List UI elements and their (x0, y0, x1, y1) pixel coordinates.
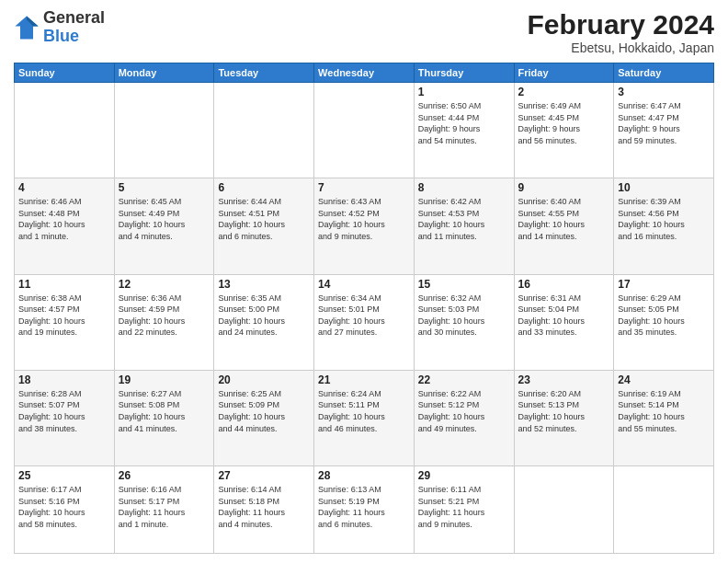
calendar-cell: 7Sunrise: 6:43 AMSunset: 4:52 PMDaylight… (314, 178, 415, 274)
day-number: 17 (618, 278, 710, 291)
day-number: 9 (518, 181, 610, 194)
day-info: Sunrise: 6:27 AMSunset: 5:08 PMDaylight:… (119, 388, 210, 434)
day-number: 3 (618, 86, 710, 98)
day-info: Sunrise: 6:24 AMSunset: 5:11 PMDaylight:… (318, 388, 410, 434)
calendar-cell: 21Sunrise: 6:24 AMSunset: 5:11 PMDayligh… (314, 370, 415, 465)
calendar-cell: 2Sunrise: 6:49 AMSunset: 4:45 PMDaylight… (514, 83, 614, 178)
col-thursday: Thursday (414, 63, 514, 83)
day-number: 1 (418, 86, 510, 98)
day-number: 2 (518, 86, 610, 98)
calendar-week-3: 11Sunrise: 6:38 AMSunset: 4:57 PMDayligh… (15, 274, 714, 370)
calendar-cell: 12Sunrise: 6:36 AMSunset: 4:59 PMDayligh… (114, 274, 214, 370)
calendar-cell (514, 466, 614, 554)
day-info: Sunrise: 6:47 AMSunset: 4:47 PMDaylight:… (618, 100, 710, 146)
day-info: Sunrise: 6:45 AMSunset: 4:49 PMDaylight:… (119, 196, 210, 242)
day-info: Sunrise: 6:50 AMSunset: 4:44 PMDaylight:… (418, 100, 510, 146)
col-saturday: Saturday (614, 63, 714, 83)
day-number: 13 (218, 278, 310, 291)
calendar-cell: 10Sunrise: 6:39 AMSunset: 4:56 PMDayligh… (614, 178, 714, 274)
day-number: 19 (119, 373, 210, 386)
day-number: 25 (18, 469, 110, 482)
calendar-cell (15, 83, 115, 178)
day-info: Sunrise: 6:35 AMSunset: 5:00 PMDaylight:… (218, 293, 310, 339)
day-number: 26 (119, 469, 210, 482)
calendar-cell: 27Sunrise: 6:14 AMSunset: 5:18 PMDayligh… (214, 466, 314, 554)
calendar-cell: 16Sunrise: 6:31 AMSunset: 5:04 PMDayligh… (514, 274, 614, 370)
day-number: 20 (218, 373, 310, 386)
calendar-cell: 5Sunrise: 6:45 AMSunset: 4:49 PMDaylight… (114, 178, 214, 274)
day-number: 28 (318, 469, 410, 482)
page: General Blue February 2024 Ebetsu, Hokka… (0, 0, 728, 563)
day-number: 22 (418, 373, 510, 386)
day-number: 15 (418, 278, 510, 291)
day-info: Sunrise: 6:44 AMSunset: 4:51 PMDaylight:… (218, 196, 310, 242)
calendar-cell: 11Sunrise: 6:38 AMSunset: 4:57 PMDayligh… (15, 274, 115, 370)
day-number: 27 (218, 469, 310, 482)
day-info: Sunrise: 6:11 AMSunset: 5:21 PMDaylight:… (418, 484, 510, 530)
day-number: 29 (418, 469, 510, 482)
calendar-table: Sunday Monday Tuesday Wednesday Thursday… (14, 63, 714, 554)
day-number: 16 (518, 278, 610, 291)
calendar-cell: 22Sunrise: 6:22 AMSunset: 5:12 PMDayligh… (414, 370, 514, 465)
day-info: Sunrise: 6:38 AMSunset: 4:57 PMDaylight:… (18, 293, 110, 339)
day-info: Sunrise: 6:43 AMSunset: 4:52 PMDaylight:… (318, 196, 410, 242)
day-info: Sunrise: 6:31 AMSunset: 5:04 PMDaylight:… (518, 293, 610, 339)
day-number: 18 (18, 373, 110, 386)
day-info: Sunrise: 6:22 AMSunset: 5:12 PMDaylight:… (418, 388, 510, 434)
calendar-cell: 29Sunrise: 6:11 AMSunset: 5:21 PMDayligh… (414, 466, 514, 554)
calendar-cell: 19Sunrise: 6:27 AMSunset: 5:08 PMDayligh… (114, 370, 214, 465)
calendar-cell: 23Sunrise: 6:20 AMSunset: 5:13 PMDayligh… (514, 370, 614, 465)
header: General Blue February 2024 Ebetsu, Hokka… (14, 9, 714, 55)
day-info: Sunrise: 6:36 AMSunset: 4:59 PMDaylight:… (119, 293, 210, 339)
day-number: 12 (119, 278, 210, 291)
day-number: 5 (119, 181, 210, 194)
day-number: 4 (18, 181, 110, 194)
day-info: Sunrise: 6:13 AMSunset: 5:19 PMDaylight:… (318, 484, 410, 530)
day-info: Sunrise: 6:17 AMSunset: 5:16 PMDaylight:… (18, 484, 110, 530)
day-number: 10 (618, 181, 710, 194)
day-info: Sunrise: 6:14 AMSunset: 5:18 PMDaylight:… (218, 484, 310, 530)
calendar-week-4: 18Sunrise: 6:28 AMSunset: 5:07 PMDayligh… (15, 370, 714, 465)
calendar-cell: 3Sunrise: 6:47 AMSunset: 4:47 PMDaylight… (614, 83, 714, 178)
day-info: Sunrise: 6:25 AMSunset: 5:09 PMDaylight:… (218, 388, 310, 434)
calendar-cell (614, 466, 714, 554)
calendar-week-1: 1Sunrise: 6:50 AMSunset: 4:44 PMDaylight… (15, 83, 714, 178)
day-number: 6 (218, 181, 310, 194)
calendar-cell: 1Sunrise: 6:50 AMSunset: 4:44 PMDaylight… (414, 83, 514, 178)
day-number: 23 (518, 373, 610, 386)
col-tuesday: Tuesday (214, 63, 314, 83)
day-info: Sunrise: 6:29 AMSunset: 5:05 PMDaylight:… (618, 293, 710, 339)
calendar-cell: 17Sunrise: 6:29 AMSunset: 5:05 PMDayligh… (614, 274, 714, 370)
logo-general: General (43, 8, 105, 27)
page-title: February 2024 (528, 9, 714, 40)
calendar-header: Sunday Monday Tuesday Wednesday Thursday… (15, 63, 714, 83)
page-subtitle: Ebetsu, Hokkaido, Japan (528, 40, 714, 55)
calendar-cell: 18Sunrise: 6:28 AMSunset: 5:07 PMDayligh… (15, 370, 115, 465)
day-info: Sunrise: 6:28 AMSunset: 5:07 PMDaylight:… (18, 388, 110, 434)
col-friday: Friday (514, 63, 614, 83)
col-sunday: Sunday (15, 63, 115, 83)
day-number: 7 (318, 181, 410, 194)
calendar-cell: 15Sunrise: 6:32 AMSunset: 5:03 PMDayligh… (414, 274, 514, 370)
calendar-week-2: 4Sunrise: 6:46 AMSunset: 4:48 PMDaylight… (15, 178, 714, 274)
col-wednesday: Wednesday (314, 63, 415, 83)
logo-text: General Blue (43, 9, 105, 46)
day-info: Sunrise: 6:20 AMSunset: 5:13 PMDaylight:… (518, 388, 610, 434)
calendar-cell: 4Sunrise: 6:46 AMSunset: 4:48 PMDaylight… (15, 178, 115, 274)
day-info: Sunrise: 6:39 AMSunset: 4:56 PMDaylight:… (618, 196, 710, 242)
day-info: Sunrise: 6:32 AMSunset: 5:03 PMDaylight:… (418, 293, 510, 339)
day-info: Sunrise: 6:42 AMSunset: 4:53 PMDaylight:… (418, 196, 510, 242)
day-number: 8 (418, 181, 510, 194)
calendar-week-5: 25Sunrise: 6:17 AMSunset: 5:16 PMDayligh… (15, 466, 714, 554)
calendar-cell: 25Sunrise: 6:17 AMSunset: 5:16 PMDayligh… (15, 466, 115, 554)
day-number: 14 (318, 278, 410, 291)
calendar-cell: 20Sunrise: 6:25 AMSunset: 5:09 PMDayligh… (214, 370, 314, 465)
calendar-cell: 9Sunrise: 6:40 AMSunset: 4:55 PMDaylight… (514, 178, 614, 274)
calendar-cell: 28Sunrise: 6:13 AMSunset: 5:19 PMDayligh… (314, 466, 415, 554)
day-number: 21 (318, 373, 410, 386)
header-row: Sunday Monday Tuesday Wednesday Thursday… (15, 63, 714, 83)
day-info: Sunrise: 6:46 AMSunset: 4:48 PMDaylight:… (18, 196, 110, 242)
calendar-cell: 26Sunrise: 6:16 AMSunset: 5:17 PMDayligh… (114, 466, 214, 554)
calendar-cell: 13Sunrise: 6:35 AMSunset: 5:00 PMDayligh… (214, 274, 314, 370)
col-monday: Monday (114, 63, 214, 83)
